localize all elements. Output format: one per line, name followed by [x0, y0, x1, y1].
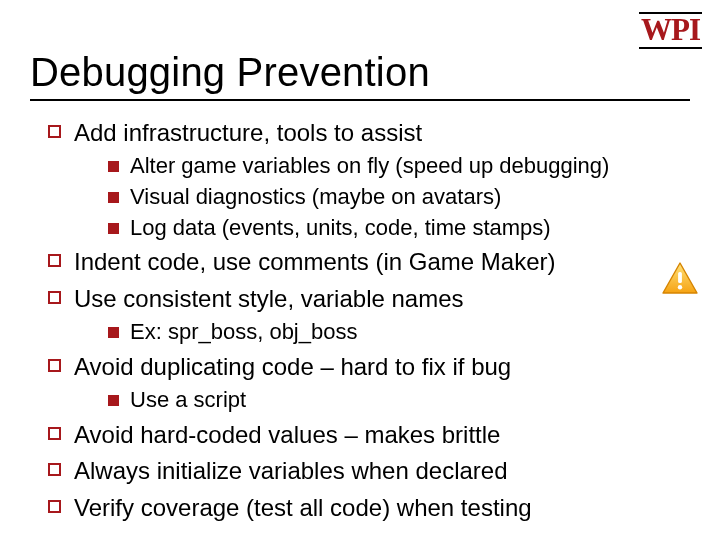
list-item: Indent code, use comments (in Game Maker…	[48, 246, 690, 278]
slide: WPI Debugging Prevention Add infrastruct…	[0, 0, 720, 540]
slide-title: Debugging Prevention	[30, 50, 690, 95]
list-item: Avoid duplicating code – hard to fix if …	[48, 351, 690, 415]
bullet-text: Avoid duplicating code – hard to fix if …	[74, 353, 511, 380]
sub-item: Use a script	[108, 385, 690, 415]
sub-list: Use a script	[74, 385, 690, 415]
list-item: Add infrastructure, tools to assist Alte…	[48, 117, 690, 242]
sub-list: Alter game variables on fly (speed up de…	[74, 151, 690, 242]
sub-item: Log data (events, units, code, time stam…	[108, 213, 690, 243]
list-item: Verify coverage (test all code) when tes…	[48, 492, 690, 524]
bullet-text: Avoid hard-coded values – makes brittle	[74, 421, 500, 448]
bullet-list: Add infrastructure, tools to assist Alte…	[30, 117, 690, 524]
bullet-text: Use consistent style, variable names	[74, 285, 464, 312]
bullet-text: Indent code, use comments (in Game Maker…	[74, 248, 556, 275]
sub-list: Ex: spr_boss, obj_boss	[74, 317, 690, 347]
sub-item: Ex: spr_boss, obj_boss	[108, 317, 690, 347]
svg-point-1	[678, 285, 682, 289]
bullet-text: Verify coverage (test all code) when tes…	[74, 494, 532, 521]
bullet-text: Always initialize variables when declare…	[74, 457, 508, 484]
svg-rect-0	[678, 272, 682, 283]
title-rule	[30, 99, 690, 101]
list-item: Always initialize variables when declare…	[48, 455, 690, 487]
warning-icon	[662, 262, 698, 295]
bullet-text: Add infrastructure, tools to assist	[74, 119, 422, 146]
sub-item: Visual diagnostics (maybe on avatars)	[108, 182, 690, 212]
wpi-logo: WPI	[639, 12, 702, 49]
sub-item: Alter game variables on fly (speed up de…	[108, 151, 690, 181]
list-item: Avoid hard-coded values – makes brittle	[48, 419, 690, 451]
list-item: Use consistent style, variable names Ex:…	[48, 283, 690, 347]
